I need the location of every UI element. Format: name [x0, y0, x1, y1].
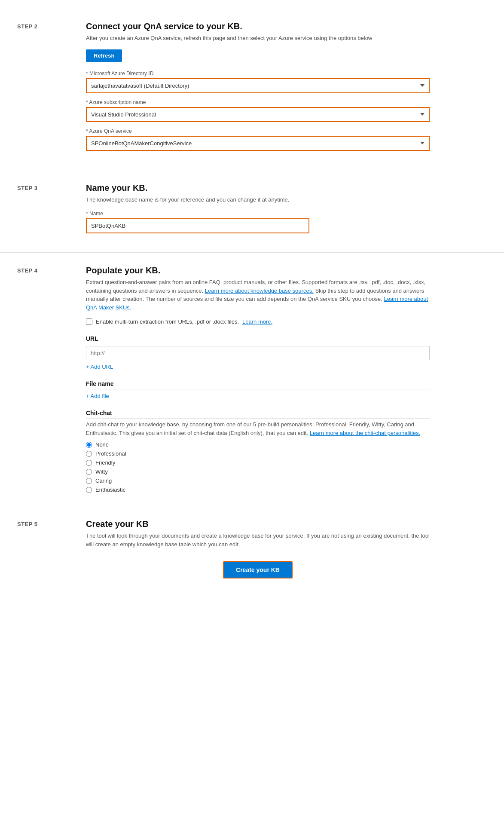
radio-witty[interactable]: Witty	[86, 468, 430, 475]
file-section: File name + Add file	[86, 380, 430, 399]
page-container: STEP 2 Connect your QnA service to your …	[0, 0, 504, 600]
step2-title: Connect your QnA service to your KB.	[86, 21, 430, 31]
directory-field-group: * Microsoft Azure Directory ID sarlajeth…	[86, 70, 430, 93]
radio-none[interactable]: None	[86, 441, 430, 448]
learn-more-kb-link[interactable]: Learn more about knowledge base sources.	[205, 288, 314, 294]
radio-enthusiastic-label: Enthusiastic	[95, 487, 125, 493]
create-kb-button[interactable]: Create your KB	[223, 561, 293, 578]
step5-title: Create your KB	[86, 519, 430, 529]
multiturn-label: Enable multi-turn extraction from URLs, …	[96, 318, 239, 325]
step3-content: Name your KB. The knowledge base name is…	[86, 183, 430, 240]
step5-content: Create your KB The tool will look throug…	[86, 519, 430, 578]
step2-content: Connect your QnA service to your KB. Aft…	[86, 21, 430, 157]
radio-caring-label: Caring	[95, 477, 112, 484]
radio-enthusiastic[interactable]: Enthusiastic	[86, 487, 430, 493]
radio-professional-input[interactable]	[86, 451, 92, 457]
qna-service-label: * Azure QnA service	[86, 128, 430, 134]
chit-chat-description: Add chit-chat to your knowledge base, by…	[86, 420, 430, 437]
url-input[interactable]	[86, 346, 430, 360]
name-input[interactable]	[86, 218, 309, 233]
add-url-link[interactable]: + Add URL	[86, 364, 430, 370]
step4-section: STEP 4 Populate your KB. Extract questio…	[0, 253, 504, 506]
step3-section: STEP 3 Name your KB. The knowledge base …	[0, 170, 504, 253]
radio-professional[interactable]: Professional	[86, 450, 430, 457]
step4-content: Populate your KB. Extract question-and-a…	[86, 266, 430, 493]
step2-description: After you create an Azure QnA service, r…	[86, 34, 430, 43]
url-section-title: URL	[86, 335, 430, 344]
step3-description: The knowledge base name is for your refe…	[86, 196, 430, 204]
subscription-field-group: * Azure subscription name Visual Studio …	[86, 99, 430, 122]
radio-caring[interactable]: Caring	[86, 477, 430, 484]
directory-select-wrapper: sarlajethavatatvasoft (Default Directory…	[86, 78, 430, 93]
qna-service-select[interactable]: SPOnlineBotQnAMakerCongitiveService	[87, 137, 429, 150]
step4-description: Extract question-and-answer pairs from a…	[86, 278, 430, 312]
subscription-label: * Azure subscription name	[86, 99, 430, 105]
radio-friendly-label: Friendly	[95, 459, 115, 466]
step5-description: The tool will look through your document…	[86, 532, 430, 548]
chit-chat-learn-more-link[interactable]: Learn more about the chit-chat personali…	[310, 430, 420, 436]
radio-none-label: None	[95, 441, 109, 448]
step2-label: STEP 2	[17, 21, 86, 157]
directory-label: * Microsoft Azure Directory ID	[86, 70, 430, 76]
radio-witty-input[interactable]	[86, 469, 92, 475]
radio-friendly[interactable]: Friendly	[86, 459, 430, 466]
step5-section: STEP 5 Create your KB The tool will look…	[0, 506, 504, 591]
radio-friendly-input[interactable]	[86, 460, 92, 466]
chit-chat-section: Chit-chat Add chit-chat to your knowledg…	[86, 410, 430, 493]
name-field-group: * Name	[86, 211, 430, 233]
chit-chat-title: Chit-chat	[86, 410, 430, 419]
multiturn-learn-more-link[interactable]: Learn more.	[242, 318, 272, 325]
step3-title: Name your KB.	[86, 183, 430, 193]
directory-select[interactable]: sarlajethavatatvasoft (Default Directory…	[87, 79, 429, 92]
radio-caring-input[interactable]	[86, 478, 92, 484]
radio-none-input[interactable]	[86, 442, 92, 448]
multiturn-checkbox-row: Enable multi-turn extraction from URLs, …	[86, 318, 430, 325]
refresh-button[interactable]: Refresh	[86, 49, 122, 62]
multiturn-checkbox[interactable]	[86, 318, 92, 325]
radio-professional-label: Professional	[95, 450, 126, 457]
name-input-wrapper	[86, 218, 309, 233]
qna-service-field-group: * Azure QnA service SPOnlineBotQnAMakerC…	[86, 128, 430, 151]
radio-enthusiastic-input[interactable]	[86, 487, 92, 493]
step5-label: STEP 5	[17, 519, 86, 578]
step4-label: STEP 4	[17, 266, 86, 493]
name-label: * Name	[86, 211, 430, 217]
subscription-select-wrapper: Visual Studio Professional	[86, 107, 430, 122]
file-section-title: File name	[86, 380, 430, 389]
step3-label: STEP 3	[17, 183, 86, 240]
url-section: URL + Add URL	[86, 335, 430, 370]
qna-service-select-wrapper: SPOnlineBotQnAMakerCongitiveService	[86, 136, 430, 151]
add-file-link[interactable]: + Add file	[86, 393, 430, 399]
step4-title: Populate your KB.	[86, 266, 430, 275]
step2-section: STEP 2 Connect your QnA service to your …	[0, 9, 504, 170]
subscription-select[interactable]: Visual Studio Professional	[87, 108, 429, 121]
radio-witty-label: Witty	[95, 468, 108, 475]
chit-chat-radio-group: None Professional Friendly Witty	[86, 441, 430, 493]
